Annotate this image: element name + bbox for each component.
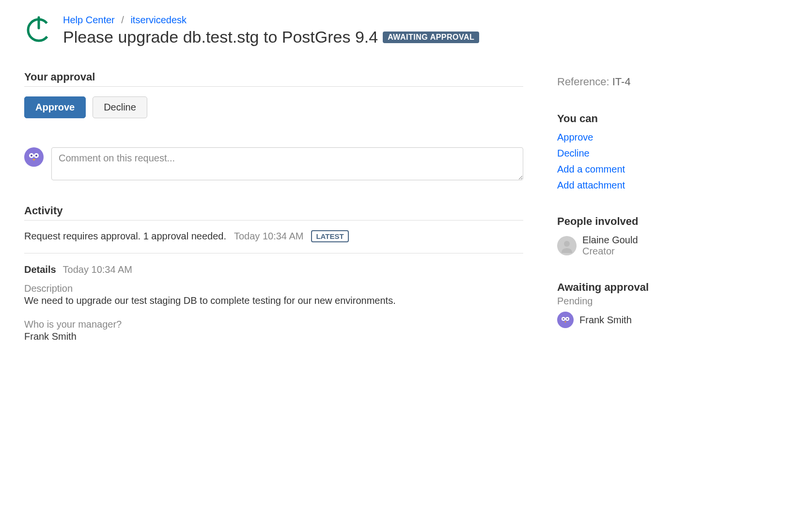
people-involved-title: People involved — [557, 215, 698, 228]
decline-button[interactable]: Decline — [93, 96, 147, 118]
person-name: Elaine Gould — [582, 235, 638, 246]
person-role: Creator — [582, 246, 638, 257]
comment-input[interactable] — [51, 147, 523, 180]
approver-name: Frank Smith — [579, 315, 632, 326]
approver-avatar — [557, 312, 574, 328]
svg-point-4 — [31, 155, 32, 157]
side-action-add-comment[interactable]: Add a comment — [557, 164, 625, 174]
page-title: Please upgrade db.test.stg to PostGres 9… — [63, 28, 378, 47]
svg-point-6 — [564, 241, 570, 247]
side-action-decline[interactable]: Decline — [557, 148, 590, 158]
page-header: Help Center / itservicedesk Please upgra… — [24, 15, 788, 47]
awaiting-approval-title: Awaiting approval — [557, 281, 698, 294]
details-time: Today 10:34 AM — [63, 264, 132, 275]
breadcrumb: Help Center / itservicedesk — [63, 15, 788, 26]
reference: Reference: IT-4 — [557, 76, 698, 88]
details-title: Details — [24, 264, 56, 275]
side-action-add-attachment[interactable]: Add attachment — [557, 180, 625, 190]
person-avatar — [557, 236, 577, 255]
activity-item: Request requires approval. 1 approval ne… — [24, 230, 523, 253]
power-icon — [24, 15, 53, 44]
breadcrumb-project[interactable]: itservicedesk — [130, 15, 187, 25]
activity-section-title: Activity — [24, 205, 523, 217]
field-label-manager: Who is your manager? — [24, 319, 523, 330]
breadcrumb-help-center[interactable]: Help Center — [63, 15, 115, 25]
svg-point-10 — [567, 318, 568, 320]
side-action-approve[interactable]: Approve — [557, 132, 593, 142]
user-avatar — [24, 147, 44, 167]
svg-point-9 — [563, 318, 564, 320]
field-value-description: We need to upgrade our test staging DB t… — [24, 295, 523, 306]
status-badge: AWAITING APPROVAL — [383, 32, 479, 43]
field-label-description: Description — [24, 283, 523, 294]
field-value-manager: Frank Smith — [24, 331, 523, 342]
approve-button[interactable]: Approve — [24, 96, 86, 118]
approval-section-title: Your approval — [24, 71, 523, 83]
activity-text: Request requires approval. 1 approval ne… — [24, 231, 226, 242]
svg-point-5 — [35, 155, 37, 157]
activity-time: Today 10:34 AM — [234, 231, 303, 242]
latest-badge: LATEST — [311, 230, 348, 242]
awaiting-status: Pending — [557, 296, 698, 307]
you-can-title: You can — [557, 112, 698, 125]
